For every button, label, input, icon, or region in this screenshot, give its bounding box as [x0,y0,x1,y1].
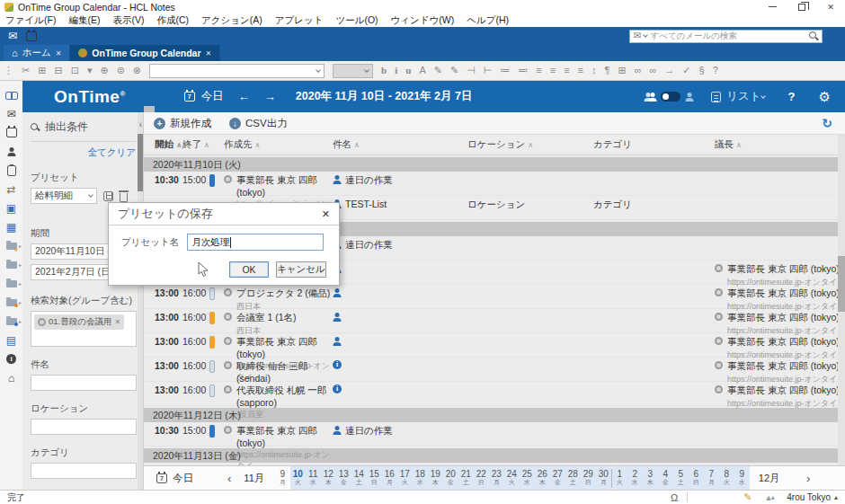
mail-search-box[interactable]: ✉ すべてのメールの検索 [629,30,823,43]
table-row[interactable]: 13:0016:00プロジェクタ 2 (備品)西日本事業部長 東京 四郎 (to… [144,285,845,309]
folder-orange-icon[interactable]: ▸ [0,293,22,312]
day-cell[interactable]: 19木 [428,466,443,491]
folder-icon[interactable]: ▸ [0,274,22,293]
close-icon[interactable]: ✕ [206,49,212,57]
calendar-bookmark-icon[interactable] [0,123,22,142]
menu-item[interactable]: ツール(O) [335,14,378,27]
database-icon[interactable]: ▣ [0,199,22,217]
table-row[interactable]: 13:0016:00取締役 仙台 三郎 (sendai)-i事業部長 東京 四郎… [144,358,845,382]
tab-ontime-group-calendar[interactable]: OnTime Group Calendar ✕ [70,45,220,61]
day-cell[interactable]: 21土 [458,466,474,491]
highlight-icon[interactable]: ✎ [434,66,442,75]
minimize-button[interactable] [769,6,777,7]
table-row[interactable]: 10:3015:00事業部長 東京 四郎 (tokyo)https://onti… [144,172,845,196]
splitter-handle[interactable] [144,106,155,112]
location-input[interactable] [31,419,137,435]
restore-button[interactable] [798,4,805,11]
day-cell[interactable]: 30月 [596,466,611,491]
menu-item[interactable]: 編集(E) [68,14,100,27]
column-header[interactable]: 件名∧ [333,138,467,151]
refresh-icon[interactable]: ↻ [822,116,832,130]
day-cell[interactable]: 8火 [719,466,734,491]
align-justify-icon[interactable]: ≡ [578,66,583,75]
section-icon[interactable]: § [699,66,705,75]
menu-item[interactable]: ヘルプ(H) [467,14,509,27]
help-toolbar-icon[interactable]: ? [713,66,718,75]
cancel-button[interactable]: キャンセル [276,261,326,278]
ink-icon[interactable]: ⊕ [100,66,108,75]
cut-icon[interactable]: ✂ [22,66,30,75]
day-cell[interactable]: 15日 [367,466,382,491]
category-input[interactable] [31,463,137,479]
day-cell[interactable]: 3木 [643,466,658,491]
clear-all-link[interactable]: 全てクリア [31,146,136,159]
copy-link-icon[interactable]: ⊡ [71,66,79,75]
outdent-icon[interactable]: ⊣ [467,66,476,75]
table-row[interactable]: 13:0016:00会議室 1 (1名)西日本事業部長 東京 四郎 (tokyo… [144,309,845,333]
open-calendar-icon[interactable] [26,31,37,41]
current-user[interactable]: 4rou Tokyo [787,492,831,502]
day-cell[interactable]: 24火 [504,466,520,491]
sort-asc-icon[interactable]: ∧ [176,141,182,149]
menu-item[interactable]: アクション(A) [201,14,262,27]
sidebar-scrollbar[interactable] [138,112,143,490]
column-header[interactable]: 開始∧ [155,138,182,151]
print-icon[interactable]: ⊜ [117,66,125,75]
day-cell[interactable]: 7月 [704,466,719,491]
day-cell[interactable]: 27金 [550,466,565,491]
replication-icon[interactable]: ⇄ [0,180,22,199]
day-cell[interactable]: 22日 [474,466,489,491]
menu-item[interactable]: アプレット [275,14,324,27]
italic-icon[interactable]: i [395,66,397,75]
day-cell[interactable]: 2水 [627,466,643,491]
todo-icon[interactable] [0,161,22,180]
csv-export-button[interactable]: ↓CSV出力 [229,117,288,130]
next-month-icon[interactable]: › [806,472,810,485]
tab-home[interactable]: ⌂ ホーム ✕ [4,45,70,61]
close-button[interactable]: ✕ [827,3,834,12]
bold-icon[interactable]: b [381,66,387,75]
subject-input[interactable] [31,375,137,391]
today-button[interactable]: 今日 [201,89,224,104]
settings-icon[interactable]: ⚙ [819,90,831,103]
close-icon[interactable]: ✕ [56,49,62,57]
numbered-list-icon[interactable]: ≕ [518,66,528,75]
column-header[interactable]: 作成先∧ [224,138,333,151]
day-cell[interactable]: 25水 [520,466,535,491]
view-selector[interactable]: リスト [726,89,760,104]
save-preset-icon[interactable] [103,191,113,201]
vertical-scrollbar[interactable] [838,135,845,465]
sort-asc-icon[interactable]: ∧ [204,141,209,149]
view-toggle[interactable] [661,92,680,102]
day-cell[interactable]: 18水 [413,466,428,491]
location-mode-icon[interactable]: ▲▲ [764,494,776,501]
day-cell[interactable]: 29日 [581,466,596,491]
day-cell[interactable]: 23月 [489,466,504,491]
ok-button[interactable]: OK [229,261,269,278]
delete-preset-icon[interactable] [120,193,128,202]
chevron-up-icon[interactable]: ▴ [834,493,838,501]
day-cell-today[interactable]: 10火 [290,466,306,491]
menu-item[interactable]: ウィンドウ(W) [391,14,455,27]
font-select[interactable] [149,64,325,78]
column-header[interactable]: 終了∧ [182,138,209,151]
search-bookmark-icon[interactable] [0,85,22,104]
sort-asc-icon[interactable]: ∧ [354,141,360,149]
table-icon[interactable]: ⊞ [618,66,626,75]
preset-select[interactable]: 給料明細 [31,188,97,204]
line-spacing-icon[interactable]: ↕ [592,66,597,75]
menu-item[interactable]: ファイル(F) [5,14,56,27]
day-cell[interactable]: 9水 [734,466,750,491]
spellcheck-icon[interactable]: ✓ [682,66,690,75]
contacts-icon[interactable] [0,142,22,161]
next-arrow-icon[interactable]: → [264,90,276,103]
strip-today-button[interactable]: 今日 [173,472,193,485]
day-cell[interactable]: 9月 [275,466,290,491]
menu-item[interactable]: 作成(C) [156,14,189,27]
prev-month-icon[interactable]: ‹ [227,472,231,485]
column-header[interactable]: ロケーション∧ [467,138,593,151]
info-icon[interactable]: i [0,349,22,368]
home-icon[interactable]: ⌂ [0,368,22,387]
search-target-box[interactable]: 01.普段の会議用 ✕ [31,311,137,347]
preset-name-input[interactable]: 月次処理 [187,234,324,251]
